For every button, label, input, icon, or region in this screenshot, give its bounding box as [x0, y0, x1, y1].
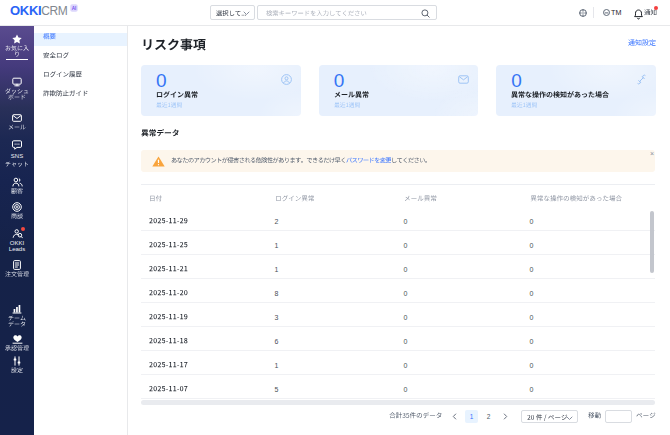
- svg-text:AI: AI: [72, 5, 77, 10]
